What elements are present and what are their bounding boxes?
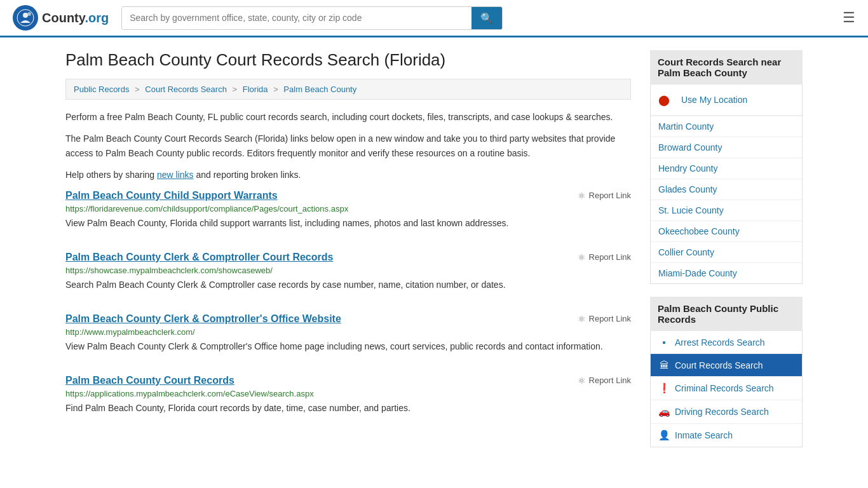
sidebar-inmate-search-link[interactable]: 👤 Inmate Search — [651, 424, 802, 447]
sidebar-public-records-section: Palm Beach County Public Records ▪ Arres… — [650, 297, 803, 447]
new-links-link[interactable]: new links — [157, 170, 194, 180]
report-link[interactable]: ⚛ Report Link — [578, 376, 631, 386]
result-description: Find Palm Beach County, Florida court re… — [65, 402, 631, 415]
sidebar-county-link[interactable]: Hendry County — [651, 158, 802, 179]
description-1: Perform a free Palm Beach County, FL pub… — [65, 110, 631, 124]
sidebar-court-records-item: 🏛 Court Records Search — [651, 354, 802, 377]
sidebar-driving-records-link[interactable]: 🚗 Driving Records Search — [651, 400, 802, 423]
sidebar-public-records-header: Palm Beach County Public Records — [650, 297, 803, 331]
sidebar-county-link[interactable]: Miami-Dade County — [651, 263, 802, 283]
result-description: Search Palm Beach County Clerk & Comptro… — [65, 278, 631, 292]
description-3: Help others by sharing new links and rep… — [65, 168, 631, 182]
sidebar-driving-records-item: 🚗 Driving Records Search — [651, 400, 802, 424]
sidebar-nearby-section: Court Records Search near Palm Beach Cou… — [650, 50, 803, 284]
result-item: Palm Beach County Clerk & Comptroller Co… — [65, 252, 631, 295]
report-link[interactable]: ⚛ Report Link — [578, 191, 631, 201]
sidebar-inmate-search-item: 👤 Inmate Search — [651, 424, 802, 447]
svg-point-2 — [27, 12, 31, 16]
logo-icon — [13, 5, 38, 30]
result-url: https://showcase.mypalmbeachclerk.com/sh… — [65, 266, 631, 275]
sidebar-county-item: Martin County — [651, 116, 802, 137]
sidebar-county-item: Broward County — [651, 137, 802, 158]
sidebar-criminal-records-item: ❗ Criminal Records Search — [651, 377, 802, 400]
sidebar-nearby-list: ⬤ Use My Location Martin County Broward … — [650, 85, 803, 284]
search-bar: 🔍 — [121, 6, 503, 30]
sidebar-county-link[interactable]: Glades County — [651, 179, 802, 200]
result-url: https://applications.mypalmbeachclerk.co… — [65, 389, 631, 398]
result-item: Palm Beach County Clerk & Comptroller's … — [65, 313, 631, 357]
result-title-link[interactable]: Palm Beach County Clerk & Comptroller Co… — [65, 252, 333, 263]
report-link[interactable]: ⚛ Report Link — [578, 252, 631, 262]
court-records-icon: 🏛 — [658, 360, 670, 370]
sidebar-county-link[interactable]: Collier County — [651, 242, 802, 262]
sidebar-county-item: Okeechobee County — [651, 221, 802, 242]
search-input[interactable] — [122, 7, 471, 29]
description-2: The Palm Beach County Court Records Sear… — [65, 132, 631, 160]
inmate-search-icon: 👤 — [658, 430, 670, 441]
svg-point-1 — [23, 13, 28, 18]
report-icon: ⚛ — [578, 314, 586, 324]
sidebar-county-item: Collier County — [651, 242, 802, 263]
report-icon: ⚛ — [578, 376, 586, 386]
sidebar-use-location-item: ⬤ Use My Location — [651, 85, 802, 116]
location-pin-icon: ⬤ — [658, 94, 670, 106]
sidebar-arrest-records-item: ▪ Arrest Records Search — [651, 331, 802, 354]
driving-records-icon: 🚗 — [658, 406, 670, 417]
result-url: https://floridarevenue.com/childsupport/… — [65, 204, 631, 214]
hamburger-menu-icon[interactable]: ☰ — [843, 10, 855, 26]
sidebar-county-item: Miami-Dade County — [651, 263, 802, 283]
sidebar-arrest-records-link[interactable]: ▪ Arrest Records Search — [651, 331, 802, 353]
report-link[interactable]: ⚛ Report Link — [578, 314, 631, 324]
result-url: http://www.mypalmbeachclerk.com/ — [65, 327, 631, 337]
breadcrumb-court-records-search[interactable]: Court Records Search — [145, 85, 227, 94]
results-list: Palm Beach County Child Support Warrants… — [65, 190, 631, 419]
sidebar-public-records-list: ▪ Arrest Records Search 🏛 Court Records … — [650, 331, 803, 447]
sidebar-county-link[interactable]: Martin County — [651, 116, 802, 137]
result-title-link[interactable]: Palm Beach County Court Records — [65, 375, 234, 386]
breadcrumb-palm-beach-county[interactable]: Palm Beach County — [283, 85, 356, 94]
sidebar-court-records-link[interactable]: 🏛 Court Records Search — [651, 354, 802, 376]
sidebar-county-item: St. Lucie County — [651, 200, 802, 221]
sidebar-nearby-header: Court Records Search near Palm Beach Cou… — [650, 50, 803, 85]
breadcrumb-florida[interactable]: Florida — [243, 85, 268, 94]
criminal-records-icon: ❗ — [658, 383, 670, 394]
report-icon: ⚛ — [578, 252, 586, 262]
main-content: Palm Beach County Court Records Search (… — [65, 50, 631, 460]
result-item: Palm Beach County Child Support Warrants… — [65, 190, 631, 234]
arrest-records-icon: ▪ — [658, 337, 670, 348]
result-description: View Palm Beach County, Florida child su… — [65, 217, 631, 230]
result-title-link[interactable]: Palm Beach County Child Support Warrants — [65, 190, 278, 201]
sidebar: Court Records Search near Palm Beach Cou… — [650, 50, 803, 460]
site-logo[interactable]: County.org — [13, 5, 109, 30]
report-icon: ⚛ — [578, 191, 586, 201]
sidebar-county-link[interactable]: St. Lucie County — [651, 200, 802, 220]
page-title: Palm Beach County Court Records Search (… — [65, 50, 631, 70]
breadcrumb: Public Records > Court Records Search > … — [65, 79, 631, 100]
use-my-location-link[interactable]: Use My Location — [674, 90, 755, 110]
logo-text: County.org — [42, 11, 109, 25]
sidebar-county-link[interactable]: Okeechobee County — [651, 221, 802, 241]
sidebar-county-link[interactable]: Broward County — [651, 137, 802, 158]
search-button[interactable]: 🔍 — [471, 7, 502, 29]
sidebar-criminal-records-link[interactable]: ❗ Criminal Records Search — [651, 377, 802, 400]
result-title-link[interactable]: Palm Beach County Clerk & Comptroller's … — [65, 313, 341, 325]
site-header: County.org 🔍 ☰ — [0, 0, 868, 37]
page-container: Palm Beach County Court Records Search (… — [53, 37, 815, 473]
sidebar-county-item: Hendry County — [651, 158, 802, 179]
sidebar-county-item: Glades County — [651, 179, 802, 200]
result-description: View Palm Beach County Clerk & Comptroll… — [65, 340, 631, 353]
breadcrumb-public-records[interactable]: Public Records — [74, 85, 129, 94]
result-item: Palm Beach County Court Records ⚛ Report… — [65, 375, 631, 419]
